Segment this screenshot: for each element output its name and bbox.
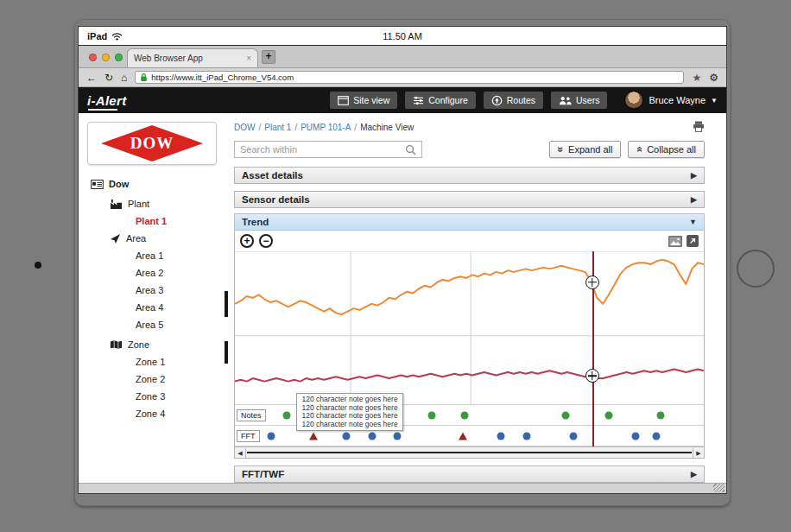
window-zoom-light[interactable] bbox=[115, 54, 123, 61]
sidebar-item-zone-3[interactable]: Zone 3 bbox=[85, 388, 234, 405]
expand-all-button[interactable]: » Expand all bbox=[549, 141, 621, 158]
bookmark-star-icon[interactable]: ★ bbox=[692, 73, 701, 83]
note-marker[interactable] bbox=[604, 411, 612, 419]
sidebar-item-plant-1[interactable]: Plant 1 bbox=[85, 212, 234, 230]
fft-alarm-marker[interactable] bbox=[459, 432, 467, 440]
users-icon bbox=[559, 96, 572, 105]
fft-reading-marker[interactable] bbox=[631, 432, 639, 440]
configure-label: Configure bbox=[428, 95, 468, 105]
back-icon[interactable]: ← bbox=[86, 73, 97, 83]
sidebar-item-area[interactable]: Area bbox=[85, 230, 234, 247]
tree-label: Area 1 bbox=[136, 250, 163, 261]
sidebar-item-zone[interactable]: Zone bbox=[85, 336, 234, 353]
breadcrumb-link-plant-1[interactable]: Plant 1 bbox=[264, 123, 291, 132]
cursor-crosshair[interactable] bbox=[585, 369, 599, 383]
note-marker[interactable] bbox=[428, 411, 436, 419]
collapse-all-button[interactable]: » Collapse all bbox=[628, 141, 705, 158]
fft-reading-marker[interactable] bbox=[267, 432, 275, 440]
routes-button[interactable]: Routes bbox=[484, 92, 543, 109]
sidebar-item-area-1[interactable]: Area 1 bbox=[85, 247, 234, 264]
sidebar-item-zone-4[interactable]: Zone 4 bbox=[85, 405, 234, 422]
users-button[interactable]: Users bbox=[551, 92, 607, 109]
note-marker[interactable] bbox=[562, 411, 570, 419]
vertical-scrollbar-thumb[interactable] bbox=[225, 341, 228, 364]
tree-label: Area 4 bbox=[136, 302, 163, 313]
fft-reading-marker[interactable] bbox=[394, 432, 402, 440]
fft-reading-marker[interactable] bbox=[497, 432, 504, 440]
sidebar-item-zone-2[interactable]: Zone 2 bbox=[85, 370, 234, 388]
breadcrumb-separator: / bbox=[354, 123, 357, 132]
sidebar-item-area-3[interactable]: Area 3 bbox=[85, 282, 234, 299]
home-icon[interactable]: ⌂ bbox=[121, 73, 127, 83]
sidebar-item-area-5[interactable]: Area 5 bbox=[85, 316, 234, 333]
ipad-home-button[interactable] bbox=[737, 250, 775, 288]
panel-label: Trend bbox=[242, 217, 269, 227]
breadcrumb-link-dow[interactable]: DOW bbox=[234, 123, 255, 132]
panel-asset-details[interactable]: Asset details ▶ bbox=[234, 167, 705, 184]
note-marker[interactable] bbox=[282, 411, 290, 419]
panel-fft-twf[interactable]: FFT/TWF ▶ bbox=[234, 466, 705, 483]
site-view-button[interactable]: Site view bbox=[330, 92, 397, 109]
window-minimize-light[interactable] bbox=[102, 54, 110, 61]
sidebar-item-plant[interactable]: Plant bbox=[85, 195, 234, 212]
site-view-icon bbox=[338, 96, 349, 105]
double-chevron-down-icon: » bbox=[556, 147, 566, 153]
breadcrumb-link-pump-101a[interactable]: PUMP 101-A bbox=[301, 123, 351, 132]
chevron-right-icon: ▶ bbox=[691, 195, 697, 204]
tree-label: Zone 4 bbox=[136, 408, 165, 419]
browser-toolbar: ← ↻ ⌂ https://www.itt_iPad_Chrome_V54.co… bbox=[79, 68, 726, 87]
tree-label: Area bbox=[126, 233, 146, 244]
sidebar-item-zone-1[interactable]: Zone 1 bbox=[85, 353, 234, 370]
cursor-crosshair[interactable] bbox=[585, 276, 599, 289]
ipad-camera-dot bbox=[35, 262, 41, 269]
window-bottom-bar bbox=[79, 483, 726, 493]
zoom-out-button[interactable]: − bbox=[259, 234, 273, 248]
new-tab-button[interactable]: + bbox=[262, 50, 275, 64]
fullscreen-expand-icon[interactable] bbox=[687, 235, 699, 247]
fft-reading-marker[interactable] bbox=[369, 432, 377, 440]
window-close-light[interactable] bbox=[89, 54, 97, 61]
tab-title: Web Browser App bbox=[134, 54, 203, 63]
dow-logo-text: DOW bbox=[130, 134, 174, 153]
configure-button[interactable]: Configure bbox=[405, 92, 476, 109]
panel-sensor-details[interactable]: Sensor details ▶ bbox=[234, 191, 705, 208]
trend-panel-body: + − bbox=[234, 231, 705, 459]
trend-chart-svg bbox=[235, 252, 704, 404]
users-label: Users bbox=[576, 95, 599, 105]
panel-trend[interactable]: Trend ▼ bbox=[234, 213, 705, 231]
horizontal-scrollbar-thumb[interactable] bbox=[247, 452, 692, 453]
reload-icon[interactable]: ↻ bbox=[104, 73, 113, 83]
tree-label: Zone 2 bbox=[136, 374, 165, 384]
sidebar-item-area-4[interactable]: Area 4 bbox=[85, 299, 234, 316]
fft-reading-marker[interactable] bbox=[522, 432, 530, 440]
breadcrumb-current: Machine View bbox=[360, 123, 414, 132]
tab-close-icon[interactable]: × bbox=[246, 54, 251, 63]
vertical-scrollbar-thumb[interactable] bbox=[225, 291, 228, 317]
horizontal-scrollbar[interactable]: ◀ ▶ bbox=[235, 446, 704, 458]
snapshot-image-icon[interactable] bbox=[668, 236, 682, 247]
fft-reading-marker[interactable] bbox=[343, 432, 351, 440]
zoom-in-button[interactable]: + bbox=[240, 234, 254, 248]
breadcrumb-separator: / bbox=[258, 123, 261, 132]
user-menu[interactable]: Bruce Wayne ▼ bbox=[624, 91, 718, 110]
resize-grip[interactable] bbox=[713, 484, 725, 492]
note-marker[interactable] bbox=[461, 411, 469, 419]
sidebar-item-dow[interactable]: Dow bbox=[85, 175, 234, 193]
trend-chart-area[interactable] bbox=[235, 251, 704, 405]
browser-settings-gear-icon[interactable]: ⚙ bbox=[709, 73, 718, 83]
address-bar[interactable]: https://www.itt_iPad_Chrome_V54.com bbox=[135, 71, 684, 84]
browser-tab[interactable]: Web Browser App × bbox=[127, 48, 258, 67]
fft-reading-marker[interactable] bbox=[570, 432, 578, 440]
fft-reading-marker[interactable] bbox=[653, 432, 661, 440]
scroll-right-arrow[interactable]: ▶ bbox=[693, 448, 704, 458]
note-marker[interactable] bbox=[656, 411, 664, 419]
scroll-left-arrow[interactable]: ◀ bbox=[235, 448, 246, 458]
routes-label: Routes bbox=[507, 95, 535, 105]
search-input[interactable] bbox=[240, 144, 405, 155]
sidebar-item-area-2[interactable]: Area 2 bbox=[85, 264, 234, 282]
printer-icon bbox=[693, 121, 705, 132]
print-button[interactable] bbox=[693, 121, 705, 134]
controls-row: » Expand all » Collapse all bbox=[234, 141, 705, 158]
status-clock: 11.50 AM bbox=[79, 31, 726, 41]
fft-alarm-marker[interactable] bbox=[309, 432, 318, 440]
